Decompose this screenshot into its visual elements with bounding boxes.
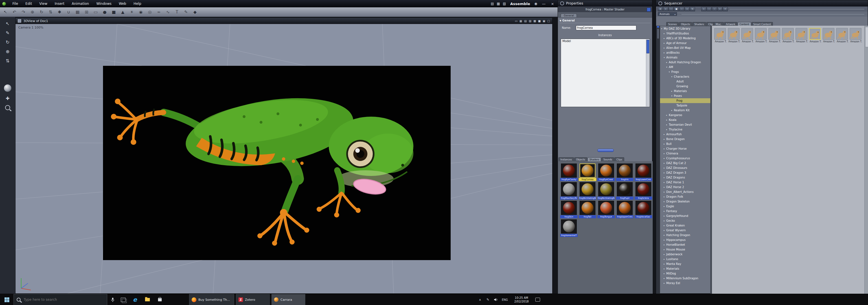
shader-thumbnail[interactable] [636,164,651,177]
shader-item[interactable]: frogUpperCres [616,201,633,218]
tray-chevron-icon[interactable]: ∧ [476,294,484,305]
pose-thumbnail[interactable] [714,28,726,40]
content-item[interactable]: Amazon T. [796,28,808,43]
shader-thumbnail[interactable] [561,219,577,233]
tree-item-don-albert-actions[interactable]: ▸Don_Albert_Actions [660,190,710,194]
tray-speaker-icon[interactable] [492,294,499,305]
tree-item-frog[interactable]: Frog [660,98,710,103]
general-section-header[interactable]: ▼ General [560,19,650,23]
tree-expand-icon[interactable]: ▸ [664,224,666,227]
room-label[interactable]: Assemble [510,2,530,6]
lines-mode-icon[interactable]: ▤ [524,20,527,23]
transport-step-forward-button[interactable]: › [679,7,684,11]
shader-item[interactable]: frogPupil [616,182,633,200]
pose-thumbnail[interactable] [768,28,780,40]
dropper-icon[interactable]: ◆ [192,9,198,15]
transport-loop-button[interactable]: ↻ [690,7,695,11]
content-item[interactable]: Amazon T. [809,28,822,43]
minimize-button[interactable]: — [541,2,546,6]
menu-animation[interactable]: Animation [68,2,93,6]
render-sphere-tool-icon[interactable] [4,84,11,92]
tree-expand-icon[interactable]: ▸ [666,124,669,126]
menu-windows[interactable]: Windows [93,2,115,6]
search-input[interactable] [23,297,98,302]
tree-expand-icon[interactable]: ▸ [664,273,666,275]
plane-icon[interactable]: ▭ [93,9,99,15]
tree-expand-icon[interactable]: ▸ [664,52,666,54]
tree-item-lusitano[interactable]: ▸Lusitano [660,257,710,261]
pose-thumbnail[interactable] [836,28,848,40]
taskbar-app-firefox[interactable]: Buy Something Th... [189,294,234,305]
preview-mode-icon[interactable]: ▣ [542,20,545,23]
shader-thumbnail[interactable] [598,164,614,177]
panel-splitter-handle[interactable] [597,149,614,152]
tree-item-armourfish[interactable]: ▸Armourfish [660,132,710,137]
tree-expand-icon[interactable]: ▾ [671,95,674,97]
tree-expand-icon[interactable]: ▸ [664,239,666,241]
tray-pen-icon[interactable]: ✎ [484,294,492,305]
tree-expand-icon[interactable]: ▸ [666,119,669,121]
content-item[interactable]: Amazon T. [768,28,781,43]
tree-item-materials[interactable]: ▸Materials [660,266,710,271]
panel-menu-icon[interactable] [647,8,651,11]
tree-expand-icon[interactable]: ▸ [664,162,666,164]
scope-dropdown[interactable]: Animals [658,12,677,16]
shader-item[interactable]: frogNictitatingN [579,182,596,200]
shader-item[interactable]: frogMaxillaryTe [560,182,578,200]
listbox-scrollbar[interactable] [646,39,649,107]
tree-expand-icon[interactable]: ▸ [664,196,666,198]
cube-primitive-icon[interactable]: ■ [111,9,117,15]
tree-item-growing[interactable]: Growing [660,84,710,89]
pose-thumbnail[interactable] [796,28,807,40]
tree-expand-icon[interactable]: ▸ [664,167,666,169]
browser-tab-clips[interactable]: Clips [614,157,624,162]
tree-expand-icon[interactable]: ▸ [664,181,666,184]
sequencer-header[interactable]: Sequencer [656,0,868,6]
text-tool-icon[interactable]: T [174,9,180,15]
tree-item-charger-horse[interactable]: ▸Charger Horse [660,146,710,151]
transport-stop-button[interactable]: ■ [674,7,679,11]
shader-thumbnail[interactable] [561,164,577,177]
tree-expand-icon[interactable]: ▾ [661,28,664,30]
tree-item-tadpole[interactable]: Tadpole [660,103,710,108]
eye-icon[interactable]: ◉ [534,2,537,6]
tree-expand-icon[interactable]: ▸ [664,42,666,44]
tree-expand-icon[interactable]: ▸ [664,172,666,174]
tree-expand-icon[interactable]: ▸ [664,205,666,207]
shader-item[interactable]: frogNictitatingN [597,182,615,200]
shader-thumbnail[interactable] [598,182,614,196]
sphere-primitive-icon[interactable]: ● [101,9,108,15]
wireframe-mode-icon[interactable]: ▭ [515,20,517,23]
pose-thumbnail[interactable] [741,28,753,40]
tree-item-bone-dragon[interactable]: ▸Bone Dragon [660,137,710,141]
content-scrollbar[interactable] [864,26,868,294]
snap-icon[interactable]: ⊞ [84,9,90,15]
tree-item-daz-horse-2[interactable]: ▸DAZ Horse 2 [660,185,710,190]
tab-general[interactable]: General [561,13,577,17]
timeline-ruler-2[interactable] [681,14,864,15]
tree-expand-icon[interactable]: ▸ [664,244,666,246]
tree-expand-icon[interactable]: ▾ [671,76,674,78]
menu-file[interactable]: File [9,2,22,6]
curve-icon[interactable]: ∿ [165,9,171,15]
shader-thumbnail[interactable] [617,164,633,177]
tree-expand-icon[interactable]: ▸ [664,229,666,231]
pose-thumbnail[interactable] [823,28,834,40]
tree-item-dragon-skeleton[interactable]: ▸Dragon Skeleton [660,199,710,204]
tree-expand-icon[interactable]: ▸ [664,258,666,260]
light-icon[interactable]: ☀ [129,9,135,15]
shader-item[interactable]: frogEyeCrest [597,164,615,181]
tree-expand-icon[interactable]: ▸ [664,220,666,222]
tree-expand-icon[interactable]: ▾ [666,66,669,68]
magnet-icon[interactable]: ∪ [65,9,72,15]
tree-item-frogs[interactable]: ▾Frogs [660,70,710,74]
range-forward-button[interactable]: › [712,7,717,11]
tree-item-bull[interactable]: ▸Bull [660,141,710,146]
tree-item-daz-big-cat-2[interactable]: ▸DAZ Big Cat 2 [660,161,710,166]
tree-item-characters[interactable]: ▾Characters [660,74,710,79]
browser-tab-objects[interactable]: Objects [574,157,587,162]
tree-expand-icon[interactable]: ▾ [669,71,671,73]
tree-expand-icon[interactable]: ▸ [666,61,669,63]
tree-item-moray-eel[interactable]: ▸Moray Eel [660,281,710,285]
tree-expand-icon[interactable]: ▸ [664,138,666,140]
